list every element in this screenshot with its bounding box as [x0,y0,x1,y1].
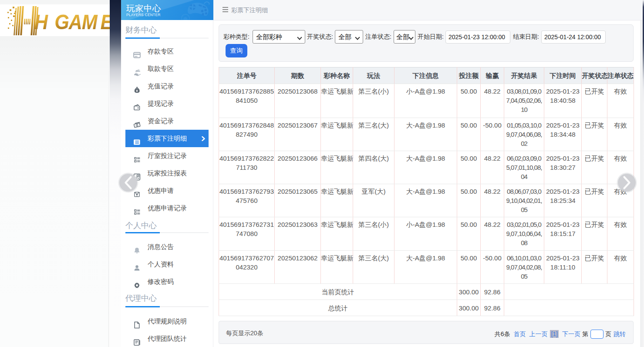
svg-text:M: M [82,10,98,34]
svg-text:A: A [68,10,82,34]
svg-text:G: G [55,10,70,34]
svg-text:H: H [34,10,49,34]
